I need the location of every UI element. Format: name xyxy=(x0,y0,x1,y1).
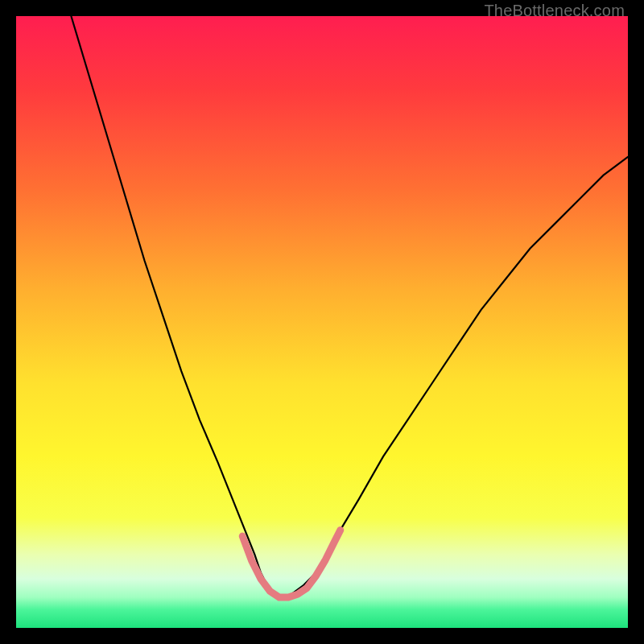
plot-area xyxy=(16,16,628,628)
sweet-spot-segment xyxy=(242,530,341,597)
watermark-text: TheBottleneck.com xyxy=(484,2,625,20)
chart-frame: TheBottleneck.com xyxy=(0,0,644,644)
curve-layer xyxy=(16,16,628,628)
bottleneck-curve xyxy=(71,16,628,597)
